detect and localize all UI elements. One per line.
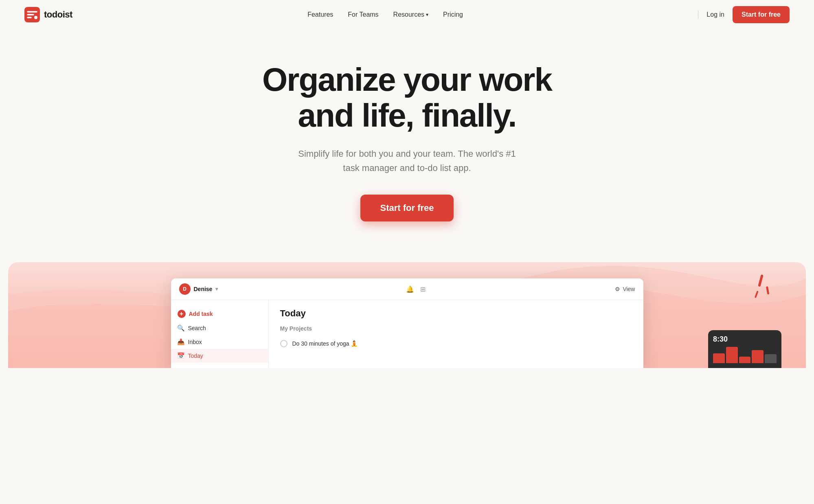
app-window-user: D Denise ▾: [179, 283, 218, 295]
app-sidebar: + Add task 🔍 Search 📥 Inbox 📅 Today: [171, 300, 269, 368]
add-task-icon: +: [178, 310, 186, 318]
app-window-icons: 🔔 ⊞: [406, 285, 427, 293]
hero-title: Organize your work and life, finally.: [171, 62, 643, 134]
svg-rect-4: [755, 291, 759, 298]
red-accents: [741, 270, 773, 313]
user-avatar: D: [179, 283, 191, 295]
app-window-body: + Add task 🔍 Search 📥 Inbox 📅 Today: [171, 300, 643, 368]
view-label: View: [623, 286, 635, 292]
calendar-widget: 8:30: [708, 330, 781, 368]
nav-pricing[interactable]: Pricing: [443, 11, 463, 18]
chevron-down-icon: ▾: [426, 12, 428, 18]
sidebar-item-inbox[interactable]: 📥 Inbox: [171, 335, 268, 349]
view-button[interactable]: ⚙ View: [615, 286, 635, 292]
add-task-button[interactable]: + Add task: [171, 307, 268, 321]
cal-bar-4: [752, 350, 764, 363]
task-text: Do 30 minutes of yoga 🧘: [292, 340, 358, 347]
svg-rect-3: [766, 287, 769, 295]
search-icon: 🔍: [178, 324, 185, 332]
cal-bar-5: [765, 354, 777, 363]
hero-subtitle: Simplify life for both you and your team…: [293, 147, 521, 175]
bell-icon[interactable]: 🔔: [406, 285, 414, 293]
calendar-bars: [713, 347, 777, 363]
logo-text: todoist: [44, 9, 72, 20]
logo-icon: [24, 7, 40, 22]
navbar-actions: Log in Start for free: [698, 6, 790, 23]
today-icon: 📅: [178, 352, 185, 359]
cal-bar-2: [726, 347, 738, 363]
layout-icon[interactable]: ⊞: [419, 285, 427, 293]
svg-point-1: [34, 16, 37, 19]
app-preview-section: D Denise ▾ 🔔 ⊞ ⚙ View + Add task: [8, 262, 806, 368]
user-chevron-icon: ▾: [215, 286, 218, 292]
logo-link[interactable]: todoist: [24, 7, 72, 22]
start-free-hero-button[interactable]: Start for free: [360, 195, 453, 221]
app-section-label: My Projects: [280, 325, 632, 332]
nav-for-teams[interactable]: For Teams: [348, 11, 378, 18]
sidebar-search-label: Search: [188, 325, 206, 331]
nav-resources[interactable]: Resources ▾: [393, 11, 428, 18]
cal-bar-1: [713, 353, 725, 363]
sidebar-inbox-label: Inbox: [188, 339, 202, 345]
sidebar-item-today[interactable]: 📅 Today: [171, 349, 268, 363]
navbar: todoist Features For Teams Resources ▾ P…: [0, 0, 814, 29]
sidebar-item-search[interactable]: 🔍 Search: [171, 321, 268, 335]
hero-section: Organize your work and life, finally. Si…: [163, 29, 652, 246]
calendar-time: 8:30: [713, 335, 777, 344]
nav-features[interactable]: Features: [307, 11, 333, 18]
add-task-label: Add task: [189, 311, 213, 317]
nav-divider: [698, 11, 698, 19]
view-icon: ⚙: [615, 286, 620, 292]
inbox-icon: 📥: [178, 338, 185, 346]
app-main-title: Today: [280, 308, 632, 319]
nav-links: Features For Teams Resources ▾ Pricing: [307, 11, 463, 18]
login-link[interactable]: Log in: [706, 11, 724, 18]
cal-bar-3: [739, 357, 751, 363]
task-checkbox[interactable]: [280, 340, 287, 347]
sidebar-today-label: Today: [188, 353, 203, 359]
svg-rect-2: [758, 274, 764, 287]
start-free-nav-button[interactable]: Start for free: [733, 6, 790, 23]
app-window-titlebar: D Denise ▾ 🔔 ⊞ ⚙ View: [171, 278, 643, 300]
app-window: D Denise ▾ 🔔 ⊞ ⚙ View + Add task: [171, 278, 643, 368]
app-main-content: Today My Projects Do 30 minutes of yoga …: [269, 300, 643, 368]
username-label: Denise: [194, 286, 213, 292]
task-item: Do 30 minutes of yoga 🧘: [280, 337, 632, 351]
